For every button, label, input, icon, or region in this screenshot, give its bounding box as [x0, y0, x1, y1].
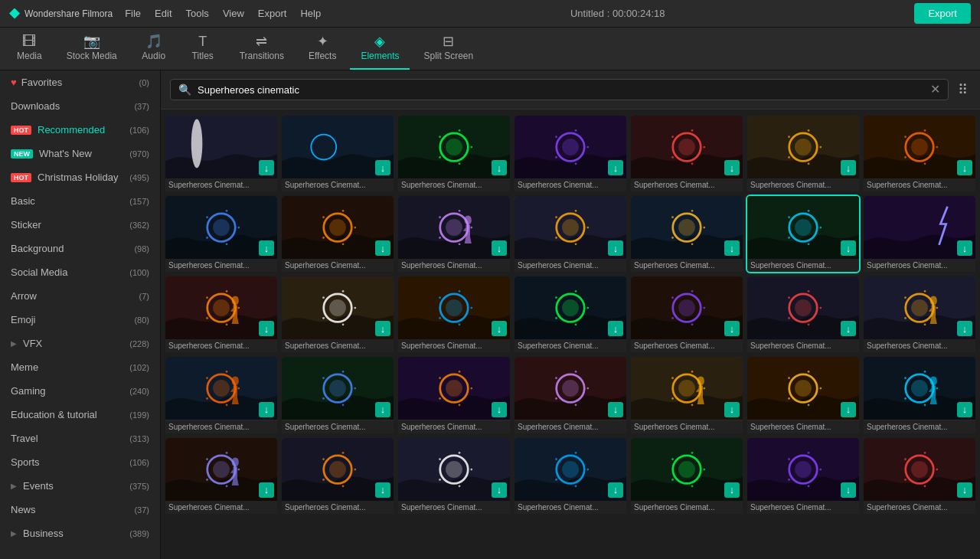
download-btn-35[interactable]: ↓	[957, 482, 972, 498]
grid-item-21[interactable]: ↓Superheroes Cinemat...	[864, 276, 975, 352]
grid-item-8[interactable]: ↓Superheroes Cinemat...	[165, 196, 277, 272]
sidebar-item-business[interactable]: ▶Business(389)	[0, 521, 160, 545]
sidebar-item-favorites[interactable]: ♥Favorites(0)	[0, 70, 160, 94]
download-btn-30[interactable]: ↓	[375, 482, 390, 498]
download-btn-5[interactable]: ↓	[724, 160, 740, 175]
grid-item-6[interactable]: ↓Superheroes Cinemat...	[747, 116, 859, 191]
download-btn-13[interactable]: ↓	[841, 240, 856, 256]
search-input[interactable]	[198, 84, 924, 96]
grid-item-10[interactable]: ↓Superheroes Cinemat...	[398, 196, 510, 272]
search-input-wrap[interactable]: 🔍 ✕	[170, 79, 949, 100]
download-btn-22[interactable]: ↓	[259, 402, 274, 417]
grid-item-20[interactable]: ↓Superheroes Cinemat...	[747, 276, 859, 352]
download-btn-34[interactable]: ↓	[841, 482, 856, 498]
download-btn-18[interactable]: ↓	[608, 321, 623, 336]
download-btn-28[interactable]: ↓	[957, 402, 972, 417]
download-btn-1[interactable]: ↓	[259, 160, 274, 175]
download-btn-6[interactable]: ↓	[841, 160, 856, 175]
sidebar-item-news[interactable]: News(37)	[0, 498, 160, 521]
grid-item-25[interactable]: ↓Superheroes Cinemat...	[514, 357, 626, 433]
download-btn-17[interactable]: ↓	[492, 321, 507, 336]
grid-item-17[interactable]: ↓Superheroes Cinemat...	[398, 276, 510, 352]
download-btn-8[interactable]: ↓	[259, 240, 274, 256]
download-btn-33[interactable]: ↓	[724, 482, 740, 498]
download-btn-19[interactable]: ↓	[724, 321, 740, 336]
sidebar-item-events[interactable]: ▶Events(375)	[0, 474, 160, 498]
sidebar-item-sticker[interactable]: Sticker(362)	[0, 213, 160, 237]
sidebar-item-sports[interactable]: Sports(106)	[0, 450, 160, 474]
download-btn-16[interactable]: ↓	[375, 321, 390, 336]
download-btn-23[interactable]: ↓	[375, 402, 390, 417]
export-button[interactable]: Export	[914, 3, 971, 24]
grid-item-33[interactable]: ↓Superheroes Cinemat...	[631, 438, 743, 514]
menu-item-edit[interactable]: Edit	[155, 8, 172, 19]
sidebar-item-recommended[interactable]: HOTRecommended(106)	[0, 118, 160, 142]
sidebar-item-whatsnew[interactable]: NEWWhat's New(970)	[0, 142, 160, 165]
download-btn-32[interactable]: ↓	[608, 482, 623, 498]
grid-options-button[interactable]: ⠿	[955, 78, 971, 101]
grid-item-19[interactable]: ↓Superheroes Cinemat...	[631, 276, 743, 352]
sidebar-item-christmas[interactable]: HOTChristmas Holiday(495)	[0, 165, 160, 189]
grid-item-14[interactable]: ↓Superheroes Cinemat...	[864, 196, 975, 272]
clear-search-button[interactable]: ✕	[930, 83, 940, 96]
toolbar-item-audio[interactable]: 🎵Audio	[131, 28, 177, 70]
sidebar-item-arrow[interactable]: Arrow(7)	[0, 284, 160, 308]
download-btn-7[interactable]: ↓	[957, 160, 972, 175]
grid-item-31[interactable]: ↓Superheroes Cinemat...	[398, 438, 510, 514]
grid-item-24[interactable]: ↓Superheroes Cinemat...	[398, 357, 510, 433]
download-btn-26[interactable]: ↓	[724, 402, 740, 417]
grid-item-30[interactable]: ↓Superheroes Cinemat...	[282, 438, 394, 514]
sidebar-item-meme[interactable]: Meme(102)	[0, 355, 160, 379]
menu-item-export[interactable]: Export	[258, 8, 287, 19]
grid-item-13[interactable]: ↓Superheroes Cinemat...	[747, 196, 859, 272]
menu-item-file[interactable]: File	[125, 8, 141, 19]
download-btn-15[interactable]: ↓	[259, 321, 274, 336]
grid-item-18[interactable]: ↓Superheroes Cinemat...	[514, 276, 626, 352]
download-btn-24[interactable]: ↓	[492, 402, 507, 417]
grid-item-16[interactable]: ↓Superheroes Cinemat...	[282, 276, 394, 352]
sidebar-item-gaming[interactable]: Gaming(240)	[0, 379, 160, 403]
download-btn-27[interactable]: ↓	[841, 402, 856, 417]
toolbar-item-titles[interactable]: TTitles	[180, 28, 226, 70]
download-btn-21[interactable]: ↓	[957, 321, 972, 336]
toolbar-item-transitions[interactable]: ⇌Transitions	[229, 28, 295, 70]
grid-item-35[interactable]: ↓Superheroes Cinemat...	[864, 438, 975, 514]
download-btn-10[interactable]: ↓	[492, 240, 507, 256]
sidebar-item-socialmedia[interactable]: Social Media(100)	[0, 260, 160, 284]
toolbar-item-effects[interactable]: ✦Effects	[298, 28, 347, 70]
grid-item-29[interactable]: ↓Superheroes Cinemat...	[165, 438, 277, 514]
menu-item-tools[interactable]: Tools	[186, 8, 209, 19]
grid-item-32[interactable]: ↓Superheroes Cinemat...	[514, 438, 626, 514]
toolbar-item-splitscreen[interactable]: ⊟Split Screen	[413, 28, 484, 70]
grid-item-5[interactable]: ↓Superheroes Cinemat...	[631, 116, 743, 191]
grid-item-7[interactable]: ↓Superheroes Cinemat...	[864, 116, 975, 191]
grid-item-27[interactable]: ↓Superheroes Cinemat...	[747, 357, 859, 433]
grid-item-26[interactable]: ↓Superheroes Cinemat...	[631, 357, 743, 433]
download-btn-31[interactable]: ↓	[492, 482, 507, 498]
grid-item-1[interactable]: ↓Superheroes Cinemat...	[165, 116, 277, 191]
download-btn-12[interactable]: ↓	[724, 240, 740, 256]
sidebar-item-emoji[interactable]: Emoji(80)	[0, 308, 160, 332]
grid-item-28[interactable]: ↓Superheroes Cinemat...	[864, 357, 975, 433]
grid-item-22[interactable]: ↓Superheroes Cinemat...	[165, 357, 277, 433]
grid-item-2[interactable]: ↓Superheroes Cinemat...	[282, 116, 394, 191]
sidebar-item-downloads[interactable]: Downloads(37)	[0, 94, 160, 118]
toolbar-item-stock[interactable]: 📷Stock Media	[56, 28, 128, 70]
menu-item-view[interactable]: View	[223, 8, 244, 19]
sidebar-item-education[interactable]: Education & tutorial(199)	[0, 403, 160, 427]
download-btn-20[interactable]: ↓	[841, 321, 856, 336]
grid-item-12[interactable]: ↓Superheroes Cinemat...	[631, 196, 743, 272]
download-btn-29[interactable]: ↓	[259, 482, 274, 498]
sidebar-item-travel[interactable]: Travel(313)	[0, 427, 160, 450]
grid-item-34[interactable]: ↓Superheroes Cinemat...	[747, 438, 859, 514]
download-btn-14[interactable]: ↓	[957, 240, 972, 256]
sidebar-item-vfx[interactable]: ▶VFX(228)	[0, 332, 160, 355]
grid-item-11[interactable]: ↓Superheroes Cinemat...	[514, 196, 626, 272]
download-btn-2[interactable]: ↓	[375, 160, 390, 175]
download-btn-3[interactable]: ↓	[492, 160, 507, 175]
sidebar-item-background[interactable]: Background(98)	[0, 237, 160, 260]
download-btn-25[interactable]: ↓	[608, 402, 623, 417]
grid-item-23[interactable]: ↓Superheroes Cinemat...	[282, 357, 394, 433]
toolbar-item-media[interactable]: 🎞Media	[6, 28, 53, 70]
grid-item-15[interactable]: ↓Superheroes Cinemat...	[165, 276, 277, 352]
